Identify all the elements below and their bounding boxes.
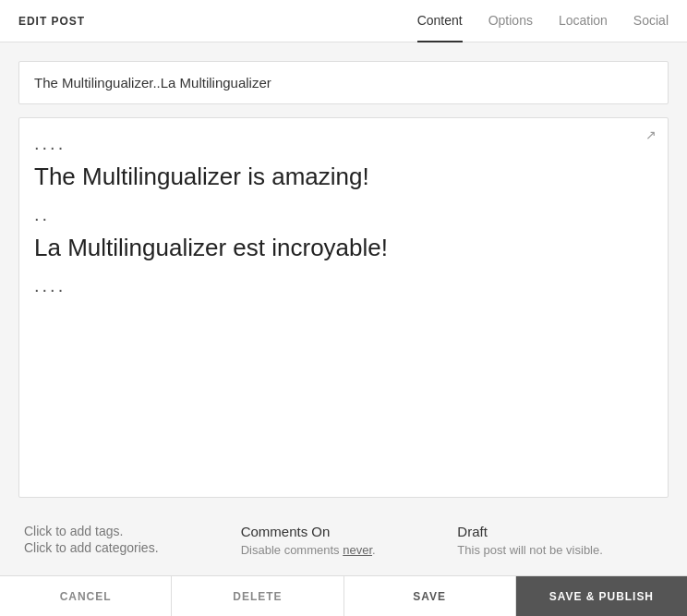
comments-sub: Disable comments never. <box>241 543 447 557</box>
page-footer: CANCEL DELETE SAVE SAVE & PUBLISH <box>0 575 687 616</box>
content-dots-2: .. <box>34 204 653 225</box>
tab-social[interactable]: Social <box>633 0 669 42</box>
status-desc: This post will not be visible. <box>457 543 663 557</box>
cancel-button[interactable]: CANCEL <box>0 576 172 616</box>
comments-sub-prefix: Disable comments <box>241 543 344 557</box>
save-button[interactable]: SAVE <box>344 576 516 616</box>
content-text-fr: La Multilingualizer est incroyable! <box>34 233 653 264</box>
content-dots-3: .... <box>34 275 653 296</box>
main-content: ↗ .... The Multilingualizer is amazing! … <box>0 42 687 575</box>
tags-label[interactable]: Click to add tags. <box>24 524 230 538</box>
content-dots-1: .... <box>34 133 653 154</box>
meta-tags-col: Click to add tags. Click to add categori… <box>18 520 235 561</box>
comments-never-link[interactable]: never <box>343 543 372 557</box>
page-title: EDIT POST <box>18 15 417 28</box>
page-header: EDIT POST Content Options Location Socia… <box>0 0 687 42</box>
post-title-input[interactable] <box>18 61 669 104</box>
content-editor[interactable]: ↗ .... The Multilingualizer is amazing! … <box>18 117 669 498</box>
delete-button[interactable]: DELETE <box>172 576 344 616</box>
status-title: Draft <box>457 524 663 539</box>
comments-sub-suffix: . <box>372 543 376 557</box>
save-publish-button[interactable]: SAVE & PUBLISH <box>516 576 687 616</box>
meta-status-col: Draft This post will not be visible. <box>452 520 669 561</box>
meta-comments-col: Comments On Disable comments never. <box>235 520 452 561</box>
content-text-en: The Multilingualizer is amazing! <box>34 162 653 193</box>
tab-nav: Content Options Location Social <box>417 0 669 42</box>
categories-label[interactable]: Click to add categories. <box>24 540 230 555</box>
comments-title: Comments On <box>241 524 447 539</box>
expand-icon[interactable]: ↗ <box>645 127 657 142</box>
meta-row: Click to add tags. Click to add categori… <box>18 511 669 566</box>
tab-options[interactable]: Options <box>488 0 533 42</box>
tab-location[interactable]: Location <box>559 0 608 42</box>
tab-content[interactable]: Content <box>417 0 463 42</box>
